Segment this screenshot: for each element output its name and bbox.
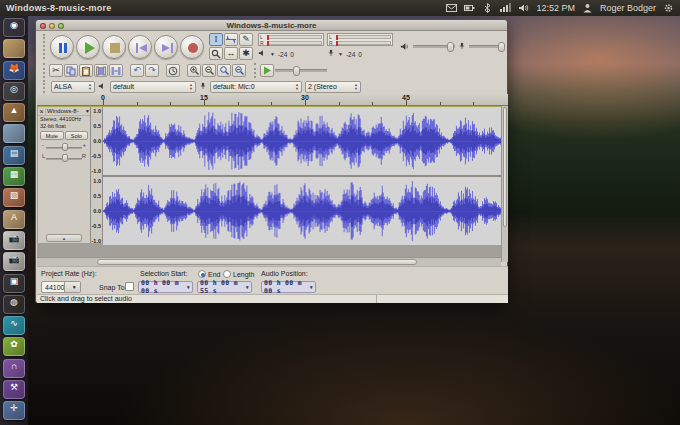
bluetooth-icon[interactable] bbox=[482, 3, 493, 13]
audio-host-select[interactable]: ALSA▲▼ bbox=[51, 81, 95, 93]
track-close-button[interactable]: × bbox=[38, 108, 46, 115]
length-radio-button[interactable] bbox=[223, 270, 231, 278]
end-radio-button[interactable] bbox=[198, 270, 206, 278]
waveform-display[interactable] bbox=[103, 107, 502, 243]
libreoffice-calc-icon[interactable]: ▦ bbox=[3, 167, 25, 186]
redo-icon[interactable]: ↷ bbox=[145, 64, 159, 77]
stop-button[interactable] bbox=[102, 35, 126, 59]
copy-icon[interactable] bbox=[64, 64, 78, 77]
user-menu[interactable]: Roger Bodger bbox=[600, 3, 656, 13]
libreoffice-start-icon[interactable] bbox=[3, 124, 25, 143]
meter-dropdown-arrow-icon[interactable]: ▼ bbox=[338, 51, 343, 57]
toolbar-grip[interactable] bbox=[43, 80, 47, 93]
track-name[interactable]: Windows-8- bbox=[46, 108, 85, 114]
track-collapse-button[interactable]: ▴ bbox=[46, 234, 82, 242]
selection-start-label: Selection Start: bbox=[140, 270, 187, 277]
paste-icon[interactable] bbox=[79, 64, 93, 77]
project-rate-select[interactable]: 44100 ▼ bbox=[41, 281, 81, 293]
waveform-right-channel[interactable] bbox=[103, 177, 502, 245]
selection-start-field[interactable]: 00 h 00 m 00 s▼ bbox=[138, 281, 193, 293]
zoom-in-icon[interactable] bbox=[187, 64, 201, 77]
audacity-icon[interactable]: ∿ bbox=[3, 316, 25, 335]
toolbar-grip[interactable] bbox=[254, 63, 258, 78]
gain-slider[interactable]: - + bbox=[42, 142, 86, 152]
media-player-icon[interactable]: ◎ bbox=[3, 82, 25, 101]
software-bag-icon[interactable]: A bbox=[3, 210, 25, 229]
image-viewer-icon[interactable]: ▣ bbox=[3, 274, 25, 293]
multi-tool-icon[interactable]: ✱ bbox=[239, 47, 253, 60]
shotwell-icon[interactable]: 📷 bbox=[3, 231, 25, 250]
track-area[interactable]: × Windows-8- ▼ Stereo, 44100Hz 32-bit fl… bbox=[37, 106, 508, 262]
playback-meter[interactable]: LR bbox=[258, 33, 324, 46]
cut-icon[interactable]: ✂ bbox=[49, 64, 63, 77]
vertical-scrollbar[interactable] bbox=[501, 106, 508, 262]
camera-app-icon[interactable]: 📷 bbox=[3, 252, 25, 271]
mail-icon[interactable] bbox=[446, 3, 457, 13]
dropdown-arrow-icon[interactable]: ▼ bbox=[64, 282, 80, 292]
end-radio[interactable]: End bbox=[198, 270, 220, 278]
play-at-speed-button[interactable] bbox=[260, 64, 274, 77]
input-volume-slider[interactable] bbox=[469, 45, 505, 48]
headphones-app-icon[interactable]: ∩ bbox=[3, 359, 25, 378]
input-channels-select[interactable]: 2 (Stereo▲▼ bbox=[305, 81, 361, 93]
track-menu-arrow-icon[interactable]: ▼ bbox=[85, 108, 90, 114]
mute-button[interactable]: Mute bbox=[40, 131, 64, 140]
hscroll-thumb[interactable] bbox=[97, 259, 417, 265]
network-signal-icon[interactable] bbox=[500, 3, 511, 13]
mixer-toolbar bbox=[396, 32, 506, 61]
record-button[interactable] bbox=[180, 35, 204, 59]
zoom-tool-icon[interactable] bbox=[209, 47, 223, 60]
libreoffice-writer-icon[interactable]: ▤ bbox=[3, 146, 25, 165]
selection-end-field[interactable]: 00 h 00 m 55 s▼ bbox=[197, 281, 252, 293]
clock[interactable]: 12:52 PM bbox=[536, 3, 575, 13]
gear-icon[interactable] bbox=[663, 3, 674, 13]
playback-speed-slider[interactable] bbox=[275, 69, 327, 72]
output-volume-slider[interactable] bbox=[413, 45, 455, 48]
music-green-icon[interactable]: ✿ bbox=[3, 337, 25, 356]
fit-selection-icon[interactable] bbox=[217, 64, 231, 77]
files-icon[interactable] bbox=[3, 39, 25, 58]
battery-icon[interactable] bbox=[464, 3, 475, 13]
workspace-icon[interactable]: ✛ bbox=[3, 401, 25, 420]
input-device-select[interactable]: default: Mic:0▲▼ bbox=[210, 81, 302, 93]
horizontal-scrollbar[interactable] bbox=[37, 257, 501, 266]
output-device-select[interactable]: default▲▼ bbox=[110, 81, 196, 93]
skip-to-end-button[interactable] bbox=[154, 35, 178, 59]
sync-lock-icon[interactable] bbox=[166, 64, 180, 77]
play-button[interactable] bbox=[76, 35, 100, 59]
silence-audio-icon[interactable] bbox=[109, 64, 123, 77]
length-radio[interactable]: Length bbox=[223, 270, 254, 278]
toolbar-grip[interactable] bbox=[43, 63, 47, 78]
audio-track[interactable]: × Windows-8- ▼ Stereo, 44100Hz 32-bit fl… bbox=[37, 106, 503, 244]
trim-audio-icon[interactable] bbox=[94, 64, 108, 77]
volume-icon[interactable] bbox=[518, 3, 529, 13]
zoom-out-icon[interactable] bbox=[202, 64, 216, 77]
undo-icon[interactable]: ↶ bbox=[130, 64, 144, 77]
firefox-icon[interactable]: 🦊 bbox=[3, 61, 25, 80]
toolbar-grip[interactable] bbox=[43, 34, 47, 59]
skip-to-start-button[interactable] bbox=[128, 35, 152, 59]
solo-button[interactable]: Solo bbox=[65, 131, 89, 140]
selection-tool-icon[interactable]: I bbox=[209, 33, 223, 46]
libreoffice-impress-icon[interactable]: ▧ bbox=[3, 188, 25, 207]
timeline-ruler[interactable]: 0153045 bbox=[37, 94, 508, 106]
waveform-left-channel[interactable] bbox=[103, 107, 502, 175]
time-shift-tool-icon[interactable]: ↔ bbox=[224, 47, 238, 60]
meter-dropdown-arrow-icon[interactable]: ▼ bbox=[270, 51, 275, 57]
user-icon bbox=[582, 3, 593, 13]
pan-slider[interactable]: L R bbox=[42, 153, 86, 163]
audio-position-field[interactable]: 00 h 00 m 00 s▼ bbox=[261, 281, 316, 293]
disc-burner-icon[interactable]: ◍ bbox=[3, 295, 25, 314]
software-center-icon[interactable]: ▲ bbox=[3, 103, 25, 122]
fit-project-icon[interactable] bbox=[232, 64, 246, 77]
draw-tool-icon[interactable]: ✎ bbox=[239, 33, 253, 46]
snap-to-checkbox[interactable] bbox=[125, 282, 134, 291]
envelope-tool-icon[interactable] bbox=[224, 33, 238, 46]
recording-meter[interactable]: LR bbox=[327, 33, 393, 46]
microphone-icon[interactable] bbox=[327, 49, 335, 59]
purple-tool-icon[interactable]: ⚒ bbox=[3, 380, 25, 399]
speaker-icon[interactable] bbox=[258, 49, 267, 59]
pause-button[interactable] bbox=[50, 35, 74, 59]
window-titlebar[interactable]: Windows-8-music-more bbox=[36, 20, 507, 31]
dash-home-icon[interactable]: ◉ bbox=[3, 18, 25, 37]
